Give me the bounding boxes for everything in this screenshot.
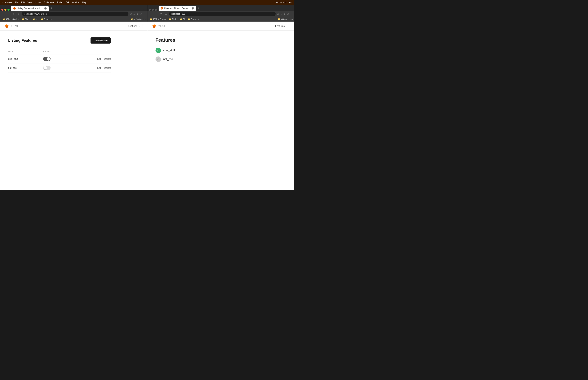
features-table: Name Enabled cool_stuff bbox=[8, 49, 111, 73]
left-tab-bar: C Listing Features · Phoenix Fra... ✕ + … bbox=[0, 5, 147, 11]
window-menu-item[interactable]: Window bbox=[72, 1, 79, 3]
bookmark-ai-right[interactable]: 📁 AI bbox=[178, 18, 186, 21]
traffic-lights-right bbox=[149, 9, 157, 11]
mac-titlebar:  Chrome File Edit View History Bookmark… bbox=[0, 0, 294, 5]
new-feature-button[interactable]: New Feature bbox=[91, 38, 111, 43]
history-menu-item[interactable]: History bbox=[35, 1, 41, 3]
more-icon[interactable]: ⋮ bbox=[143, 12, 146, 16]
bookmark-espresso[interactable]: 📁 Espresso bbox=[39, 18, 53, 21]
maximize-traffic-light-right[interactable] bbox=[155, 9, 157, 11]
bookmark-stocks[interactable]: 📁 401k + Stocks bbox=[1, 18, 19, 21]
page-header-left: Listing Features New Feature bbox=[8, 38, 111, 43]
url-bar-left[interactable]: localhost:4000/features bbox=[22, 12, 129, 16]
left-browser-chrome: C Listing Features · Phoenix Fra... ✕ + … bbox=[0, 5, 147, 22]
toggle-not-cool[interactable] bbox=[43, 66, 51, 70]
extensions-icon[interactable]: ⬡ bbox=[139, 12, 142, 16]
feature-item-name-cool-stuff: cool_stuff bbox=[163, 49, 175, 52]
home-button-left[interactable]: ⌂ bbox=[17, 12, 21, 16]
back-button-right[interactable]: ← bbox=[149, 12, 153, 16]
more-icon-right[interactable]: ⋮ bbox=[290, 12, 293, 16]
new-tab-button-right[interactable]: + bbox=[196, 6, 201, 11]
nav-features-link-left[interactable]: Features → bbox=[126, 24, 143, 28]
file-menu-item[interactable]: File bbox=[15, 1, 18, 3]
minimize-traffic-light[interactable] bbox=[4, 9, 6, 11]
tab-dropdown-left[interactable]: ⌄ bbox=[141, 8, 146, 11]
col-header-actions bbox=[57, 49, 111, 55]
mac-menu: Chrome File Edit View History Bookmarks … bbox=[5, 1, 86, 3]
profiles-menu-item[interactable]: Profiles bbox=[57, 1, 63, 3]
delete-cool-stuff[interactable]: Delete bbox=[104, 57, 111, 60]
table-row: cool_stuff Edit Delete bbox=[8, 55, 111, 63]
bookmark-icon: 📁 bbox=[2, 18, 5, 20]
bookmark-icon: 📁 bbox=[150, 18, 152, 20]
url-bar-right[interactable]: localhost:4000 bbox=[169, 12, 276, 16]
bookmark-ai[interactable]: 📁 AI bbox=[31, 18, 38, 21]
reload-button-right[interactable]: ↻ bbox=[159, 12, 163, 16]
tab-close-left[interactable]: ✕ bbox=[44, 7, 47, 10]
screenshot-icon-right[interactable]: ⬡ bbox=[277, 12, 279, 16]
tab-favicon-right: C bbox=[161, 7, 163, 10]
help-menu-item[interactable]: Help bbox=[82, 1, 86, 3]
list-item: ✓ not_cool bbox=[155, 57, 286, 62]
bookmark-label: Espresso bbox=[44, 18, 52, 20]
delete-not-cool[interactable]: Delete bbox=[104, 67, 111, 69]
profile-icon[interactable]: ◉ bbox=[136, 12, 139, 16]
bookmarks-menu-item[interactable]: Bookmarks bbox=[44, 1, 54, 3]
maximize-traffic-light[interactable] bbox=[7, 9, 10, 11]
feature-badge-enabled: ✓ bbox=[155, 48, 161, 53]
tab-close-right[interactable]: ✕ bbox=[191, 7, 194, 10]
right-page-content: v1.7.9 Features → Features ✓ cool_stuff bbox=[147, 22, 294, 190]
bookmarks-folder-icon: 📁 bbox=[131, 18, 133, 20]
features-page-content: Features ✓ cool_stuff ✓ not_cool bbox=[147, 31, 294, 72]
new-tab-button-left[interactable]: + bbox=[49, 6, 54, 11]
svg-text:C: C bbox=[161, 8, 162, 9]
nav-features-link-right[interactable]: Features → bbox=[273, 24, 290, 28]
left-browser-window: C Listing Features · Phoenix Fra... ✕ + … bbox=[0, 5, 147, 190]
star-icon-right[interactable]: ☆ bbox=[280, 12, 283, 16]
all-bookmarks-right[interactable]: 📁 All Bookmarks bbox=[278, 18, 293, 20]
tab-menu-item[interactable]: Tab bbox=[66, 1, 69, 3]
features-link-text-left: Features → bbox=[128, 25, 140, 27]
svg-text:C: C bbox=[14, 8, 15, 9]
bookmark-label: 401k + Stocks bbox=[6, 18, 19, 20]
bookmark-icon: 📁 bbox=[179, 18, 182, 20]
view-menu-item[interactable]: View bbox=[27, 1, 32, 3]
edit-menu-item[interactable]: Edit bbox=[21, 1, 25, 3]
all-bookmarks-label-right: All Bookmarks bbox=[281, 18, 293, 20]
chrome-menu-item[interactable]: Chrome bbox=[5, 1, 13, 3]
active-tab-left[interactable]: C Listing Features · Phoenix Fra... ✕ bbox=[11, 6, 49, 11]
bookmark-elixir-right[interactable]: 📁 Elixir bbox=[168, 18, 177, 21]
reload-button-left[interactable]: ↻ bbox=[12, 12, 16, 16]
features-page-title: Features bbox=[155, 38, 286, 43]
apple-menu[interactable]:  bbox=[2, 1, 3, 4]
tab-label-left: Listing Features · Phoenix Fra... bbox=[17, 7, 43, 10]
bookmark-espresso-right[interactable]: 📁 Espresso bbox=[187, 18, 201, 21]
active-tab-right[interactable]: C Features · Phoenix Framework ✕ bbox=[159, 6, 196, 11]
star-icon[interactable]: ☆ bbox=[133, 12, 135, 16]
forward-button-left[interactable]: → bbox=[6, 12, 11, 16]
toggle-cool-stuff[interactable] bbox=[43, 57, 51, 61]
back-button-left[interactable]: ← bbox=[1, 12, 5, 16]
screenshot-icon[interactable]: ⬡ bbox=[130, 12, 132, 16]
col-header-enabled: Enabled bbox=[43, 49, 57, 55]
clock: Wed Oct 18 8:17 PM bbox=[275, 1, 292, 3]
home-button-right[interactable]: ⌂ bbox=[164, 12, 168, 16]
bookmark-stocks-right[interactable]: 📁 401k + Stocks bbox=[149, 18, 167, 21]
bookmark-elixir[interactable]: 📁 Elixir bbox=[20, 18, 30, 21]
edit-not-cool[interactable]: Edit bbox=[97, 67, 101, 69]
profile-icon-right[interactable]: ◉ bbox=[283, 12, 286, 16]
all-bookmarks-label: All Bookmarks bbox=[133, 18, 145, 20]
minimize-traffic-light-right[interactable] bbox=[152, 9, 154, 11]
address-icons-right: ⬡ ☆ ◉ ⬡ ⋮ bbox=[277, 12, 293, 16]
close-traffic-light-right[interactable] bbox=[149, 9, 151, 11]
extensions-icon-right[interactable]: ⬡ bbox=[286, 12, 289, 16]
close-traffic-light[interactable] bbox=[1, 9, 3, 11]
bookmarks-folder-icon-right: 📁 bbox=[278, 18, 280, 20]
edit-cool-stuff[interactable]: Edit bbox=[97, 57, 101, 60]
bookmark-label: 401k + Stocks bbox=[153, 18, 166, 20]
feature-item-name-not-cool: not_cool bbox=[163, 58, 174, 61]
forward-button-right[interactable]: → bbox=[154, 12, 158, 16]
phoenix-version-right: v1.7.9 bbox=[159, 25, 165, 27]
all-bookmarks-left[interactable]: 📁 All Bookmarks bbox=[131, 18, 145, 20]
bookmark-icon: 📁 bbox=[22, 18, 24, 20]
